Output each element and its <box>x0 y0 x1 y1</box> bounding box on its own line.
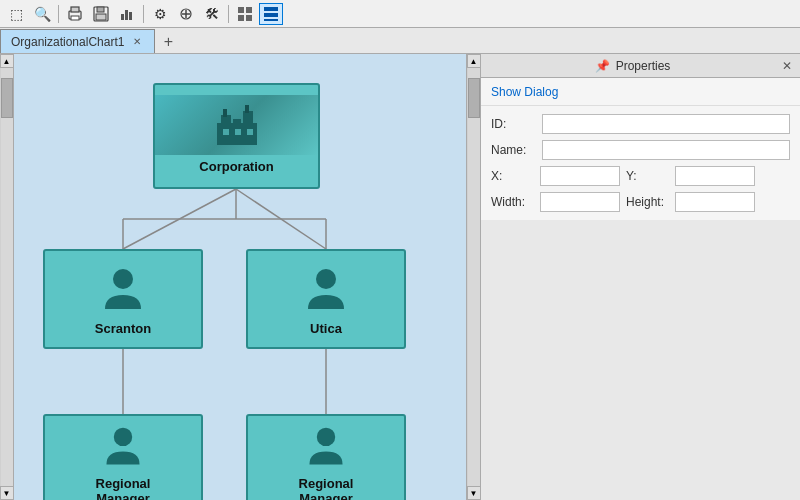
active-layout-icon[interactable] <box>259 3 283 25</box>
properties-form: ID: Name: X: Y: Width: <box>481 106 800 220</box>
utica-node[interactable]: Utica <box>246 249 406 349</box>
svg-rect-5 <box>96 14 106 20</box>
properties-panel: 📌 Properties ✕ Show Dialog ID: Name: X: <box>480 54 800 500</box>
chart-icon[interactable] <box>115 3 139 25</box>
svg-rect-32 <box>235 129 241 135</box>
height-input[interactable] <box>675 192 755 212</box>
x-group: X: <box>491 166 620 186</box>
height-label: Height: <box>626 195 671 209</box>
sep1 <box>58 5 59 23</box>
tab-label: OrganizationalChart1 <box>11 35 124 49</box>
svg-rect-8 <box>129 12 132 20</box>
regional-manager-2-node[interactable]: Regional Manager <box>246 414 406 500</box>
zoom-icon[interactable]: 🔍 <box>30 3 54 25</box>
gear-icon[interactable]: ⚙ <box>148 3 172 25</box>
scroll-track <box>1 68 13 486</box>
left-scrollbar: ▲ ▼ <box>0 54 14 500</box>
link-icon[interactable] <box>174 3 198 25</box>
panel-close-button[interactable]: ✕ <box>782 59 792 73</box>
show-dialog-section: Show Dialog <box>481 78 800 106</box>
panel-body <box>481 220 800 500</box>
canvas-scrollbar: ▲ ▼ <box>466 54 480 500</box>
add-tab-button[interactable]: + <box>157 31 179 53</box>
svg-point-37 <box>317 428 335 446</box>
name-row: Name: <box>491 140 790 160</box>
corporation-node[interactable]: Corporation <box>153 83 320 189</box>
tab-organizational-chart[interactable]: OrganizationalChart1 ✕ <box>0 29 155 53</box>
id-input[interactable] <box>542 114 790 134</box>
scroll-down-button[interactable]: ▼ <box>0 486 14 500</box>
canvas-container: ▲ ▼ <box>0 54 480 500</box>
regional-manager-1-label: Regional Manager <box>90 472 157 500</box>
svg-rect-12 <box>238 15 244 21</box>
svg-point-36 <box>114 428 132 446</box>
x-label: X: <box>491 169 536 183</box>
sep3 <box>228 5 229 23</box>
svg-rect-6 <box>121 14 124 20</box>
svg-rect-16 <box>264 19 278 21</box>
id-label: ID: <box>491 117 536 131</box>
tools-icon[interactable]: 🛠 <box>200 3 224 25</box>
y-group: Y: <box>626 166 755 186</box>
panel-pin-icon[interactable]: 📌 <box>595 59 610 73</box>
layout-icon[interactable] <box>233 3 257 25</box>
scranton-person-icon <box>101 265 145 315</box>
sep2 <box>143 5 144 23</box>
panel-title: Properties <box>616 59 671 73</box>
x-input[interactable] <box>540 166 620 186</box>
select-icon[interactable]: ⬚ <box>4 3 28 25</box>
svg-rect-29 <box>223 109 227 117</box>
regional1-person-icon <box>101 424 145 470</box>
width-group: Width: <box>491 192 620 212</box>
svg-rect-10 <box>238 7 244 13</box>
name-input[interactable] <box>542 140 790 160</box>
diagram-canvas[interactable]: Corporation Scranton Utica <box>14 54 466 500</box>
svg-rect-13 <box>246 15 252 21</box>
toolbar: ⬚ 🔍 ⚙ 🛠 <box>0 0 800 28</box>
name-label: Name: <box>491 143 536 157</box>
show-dialog-link[interactable]: Show Dialog <box>491 85 558 99</box>
xy-row: X: Y: <box>491 166 790 186</box>
scroll-thumb[interactable] <box>1 78 13 118</box>
height-group: Height: <box>626 192 755 212</box>
svg-rect-1 <box>71 7 79 12</box>
svg-point-35 <box>316 269 336 289</box>
tab-close-button[interactable]: ✕ <box>130 35 144 49</box>
svg-rect-15 <box>264 13 278 17</box>
utica-person-icon <box>304 265 348 315</box>
svg-line-18 <box>236 189 326 249</box>
canvas-scroll-track <box>468 68 480 486</box>
svg-rect-11 <box>246 7 252 13</box>
canvas-scroll-down[interactable]: ▼ <box>467 486 481 500</box>
svg-line-17 <box>123 189 236 249</box>
regional2-person-icon <box>304 424 348 470</box>
svg-point-34 <box>113 269 133 289</box>
canvas-scroll-up[interactable]: ▲ <box>467 54 481 68</box>
svg-rect-2 <box>71 16 79 20</box>
svg-rect-27 <box>243 111 253 125</box>
svg-rect-4 <box>97 7 104 12</box>
id-row: ID: <box>491 114 790 134</box>
scranton-label: Scranton <box>89 317 157 340</box>
tabbar: OrganizationalChart1 ✕ + <box>0 28 800 54</box>
width-input[interactable] <box>540 192 620 212</box>
corporation-label: Corporation <box>193 155 279 178</box>
main-area: ▲ ▼ <box>0 54 800 500</box>
svg-rect-28 <box>233 119 241 125</box>
canvas-scroll-thumb[interactable] <box>468 78 480 118</box>
svg-rect-33 <box>247 129 253 135</box>
save-icon[interactable] <box>89 3 113 25</box>
scroll-up-button[interactable]: ▲ <box>0 54 14 68</box>
y-label: Y: <box>626 169 671 183</box>
panel-header: 📌 Properties ✕ <box>481 54 800 78</box>
svg-rect-14 <box>264 7 278 11</box>
svg-rect-30 <box>245 105 249 113</box>
corp-image <box>155 95 318 155</box>
wh-row: Width: Height: <box>491 192 790 212</box>
utica-label: Utica <box>304 317 348 340</box>
scranton-node[interactable]: Scranton <box>43 249 203 349</box>
svg-rect-7 <box>125 10 128 20</box>
y-input[interactable] <box>675 166 755 186</box>
regional-manager-1-node[interactable]: Regional Manager <box>43 414 203 500</box>
print-icon[interactable] <box>63 3 87 25</box>
